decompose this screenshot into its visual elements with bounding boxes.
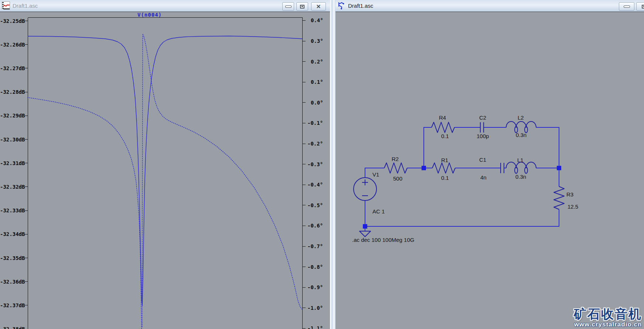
component-designator[interactable]: R2 xyxy=(392,156,399,162)
junctions xyxy=(363,166,561,229)
magnitude-trace xyxy=(28,36,302,306)
minimize-icon xyxy=(285,6,292,8)
capacitor-c1[interactable] xyxy=(501,163,504,173)
restore-button[interactable] xyxy=(296,2,308,11)
close-button[interactable]: ✕ xyxy=(311,2,326,11)
close-icon: ✕ xyxy=(316,4,321,9)
component-value[interactable]: 0.1 xyxy=(441,175,449,181)
component-value[interactable]: 4n xyxy=(480,175,487,181)
waveform-window-titlebar[interactable]: Draft1.asc ✕ xyxy=(0,0,330,12)
restore-icon xyxy=(300,5,304,8)
minimize-button[interactable] xyxy=(619,2,634,11)
component-designator[interactable]: R1 xyxy=(441,157,448,163)
waveform-plot-icon[interactable] xyxy=(2,1,10,10)
restore-button[interactable] xyxy=(636,2,644,11)
schematic-window-titlebar[interactable]: Draft1.asc xyxy=(335,0,644,12)
resistor-r2[interactable] xyxy=(384,163,407,173)
schematic-canvas xyxy=(335,12,644,329)
capacitor-c2[interactable] xyxy=(480,122,484,133)
component-value[interactable]: AC 1 xyxy=(372,209,385,215)
minimize-icon xyxy=(624,6,630,8)
junction-node xyxy=(363,224,367,229)
window-title: Draft1.asc xyxy=(13,0,38,11)
component-value[interactable]: 0.1 xyxy=(441,133,449,139)
desktop: { "left_window": { "title": "Draft1.asc"… xyxy=(0,0,644,329)
components[interactable] xyxy=(354,121,564,237)
resistor-r4[interactable] xyxy=(432,122,454,133)
component-value[interactable]: 100p xyxy=(477,133,489,139)
plot-border xyxy=(25,18,306,329)
window-divider[interactable] xyxy=(330,0,335,329)
component-designator[interactable]: C1 xyxy=(479,157,486,163)
junction-node xyxy=(422,166,426,170)
component-value[interactable]: 500 xyxy=(393,176,402,182)
component-value[interactable]: 12.5 xyxy=(568,204,578,210)
resistor-r3[interactable] xyxy=(554,186,564,209)
ground-symbol[interactable] xyxy=(360,231,371,237)
resistor-r1[interactable] xyxy=(432,163,455,173)
component-designator[interactable]: L2 xyxy=(518,115,524,121)
component-value[interactable]: 0.3n xyxy=(515,174,526,180)
restore-icon xyxy=(642,5,644,8)
component-designator[interactable]: V1 xyxy=(372,172,379,178)
junction-node xyxy=(557,166,561,170)
waveform-window: Draft1.asc ✕ V(n004) -32.25dB -32.26dB -… xyxy=(0,0,330,329)
component-designator[interactable]: L1 xyxy=(517,157,524,163)
window-title: Draft1.asc xyxy=(348,0,373,11)
schematic-window: Draft1.asc xyxy=(335,0,644,329)
waveform-canvas xyxy=(0,12,330,329)
schematic-icon[interactable] xyxy=(337,1,345,10)
minimize-button[interactable] xyxy=(282,2,294,11)
component-value[interactable]: 0.3n xyxy=(516,132,527,138)
waveform-pane[interactable]: V(n004) -32.25dB -32.26dB -32.27dB -32.2… xyxy=(0,12,330,329)
inductor-l2[interactable] xyxy=(506,121,536,127)
component-designator[interactable]: R3 xyxy=(566,192,573,198)
component-designator[interactable]: R4 xyxy=(439,115,446,121)
component-designator[interactable]: C2 xyxy=(479,115,486,121)
phase-trace xyxy=(28,34,302,329)
plus-sign xyxy=(362,179,368,185)
spice-directive[interactable]: .ac dec 100 100Meg 10G xyxy=(352,237,414,243)
schematic-pane[interactable]: R4 0.1 C2 100p L2 0.3n R2 500 R1 0.1 C1 … xyxy=(335,12,644,329)
